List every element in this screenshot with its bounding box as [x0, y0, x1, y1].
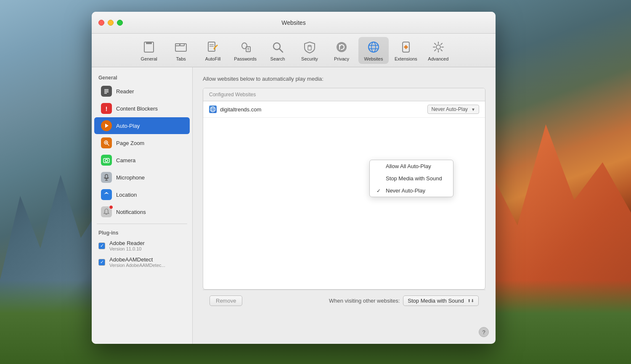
- plugin-item-adobeaamdetect[interactable]: ✓ AdobeAAMDetect Version AdobeAAMDetec..…: [92, 254, 192, 270]
- svg-point-23: [436, 45, 440, 49]
- svg-rect-2: [175, 44, 186, 51]
- location-icon: [101, 189, 112, 200]
- security-icon: [302, 40, 317, 55]
- help-icon: ?: [482, 329, 485, 335]
- toolbar-item-security[interactable]: Security: [294, 37, 325, 64]
- svg-point-15: [337, 42, 347, 52]
- page-zoom-label: Page Zoom: [116, 140, 144, 146]
- panel-description: Allow websites below to automatically pl…: [203, 76, 485, 82]
- content-blockers-icon: !: [101, 103, 112, 114]
- toolbar-item-autofill[interactable]: AutoFill: [198, 37, 228, 64]
- dropdown-item-allow-all[interactable]: Allow All Auto-Play: [370, 160, 453, 172]
- close-button[interactable]: [98, 20, 104, 26]
- table-row[interactable]: digitaltrends.com Never Auto-Play ▼: [203, 101, 485, 118]
- visiting-select-chevron: ⬆⬇: [467, 298, 474, 303]
- content-blockers-label: Content Blockers: [116, 106, 158, 112]
- site-dropdown[interactable]: Never Auto-Play ▼: [427, 105, 479, 114]
- adobe-reader-name: Adobe Reader: [109, 240, 145, 246]
- main-panel: Allow websites below to automatically pl…: [193, 67, 496, 344]
- toolbar-item-passwords[interactable]: Passwords: [230, 37, 261, 64]
- table-header: Configured Websites: [203, 88, 485, 101]
- microphone-icon: [101, 172, 112, 183]
- adobeaamdetect-info: AdobeAAMDetect Version AdobeAAMDetec...: [109, 256, 165, 268]
- sidebar-item-page-zoom[interactable]: Page Zoom: [94, 135, 190, 151]
- adobeaamdetect-checkbox[interactable]: ✓: [98, 259, 105, 266]
- checkbox-check: ✓: [100, 243, 104, 248]
- autoplay-label: Auto-Play: [116, 123, 140, 129]
- toolbar-item-websites[interactable]: Websites: [358, 37, 389, 64]
- adobeaamdetect-name: AdobeAAMDetect: [109, 256, 165, 263]
- dropdown-item-never[interactable]: ✓ Never Auto-Play: [370, 185, 453, 197]
- notifications-label: Notifications: [116, 209, 146, 215]
- checkbox-check-2: ✓: [100, 260, 104, 264]
- websites-label: Websites: [364, 56, 383, 61]
- general-icon: [141, 40, 156, 55]
- sidebar-item-location[interactable]: Location: [94, 186, 190, 203]
- reader-label: Reader: [116, 88, 134, 95]
- visiting-label: When visiting other websites:: [329, 298, 400, 304]
- notification-badge: [109, 205, 113, 209]
- toolbar-item-extensions[interactable]: Extensions: [390, 37, 422, 64]
- toolbar-item-advanced[interactable]: Advanced: [423, 37, 453, 64]
- help-button[interactable]: ?: [479, 327, 489, 337]
- sidebar-item-notifications[interactable]: Notifications: [94, 203, 190, 220]
- maximize-button[interactable]: [117, 20, 123, 26]
- site-icon: [209, 106, 217, 113]
- svg-rect-36: [105, 174, 108, 178]
- toolbar-item-search[interactable]: Search: [262, 37, 293, 64]
- autofill-label: AutoFill: [205, 56, 221, 61]
- svg-point-20: [369, 42, 379, 52]
- sidebar: General Reader ! Content Bl: [92, 67, 193, 344]
- window-title: Websites: [281, 19, 305, 26]
- main-content: General Reader ! Content Bl: [92, 67, 496, 344]
- svg-marker-39: [104, 192, 109, 194]
- autofill-icon: [205, 40, 220, 55]
- adobe-reader-version: Version 11.0.10: [109, 246, 145, 251]
- visiting-select-value: Stop Media with Sound: [408, 298, 464, 304]
- titlebar-buttons: [98, 20, 123, 26]
- remove-button[interactable]: Remove: [209, 295, 242, 306]
- minimize-button[interactable]: [108, 20, 114, 26]
- privacy-icon: [334, 40, 349, 55]
- search-icon: [270, 40, 285, 55]
- camera-label: Camera: [116, 157, 135, 164]
- plugin-item-adobe-reader[interactable]: ✓ Adobe Reader Version 11.0.10: [92, 237, 192, 254]
- sidebar-item-reader[interactable]: Reader: [94, 83, 190, 100]
- sidebar-item-microphone[interactable]: Microphone: [94, 169, 190, 186]
- svg-line-30: [107, 144, 109, 145]
- general-label: General: [141, 56, 157, 61]
- toolbar-item-tabs[interactable]: Tabs: [166, 37, 196, 64]
- sidebar-item-camera[interactable]: Camera: [94, 152, 190, 169]
- svg-point-41: [212, 107, 214, 112]
- toolbar-item-general[interactable]: General: [134, 37, 164, 64]
- visiting-select[interactable]: Stop Media with Sound ⬆⬇: [403, 295, 479, 306]
- adobe-reader-info: Adobe Reader Version 11.0.10: [109, 240, 145, 251]
- security-label: Security: [301, 56, 318, 61]
- svg-marker-28: [105, 124, 109, 128]
- dropdown-item-stop-media[interactable]: Stop Media with Sound: [370, 172, 453, 185]
- privacy-label: Privacy: [334, 56, 349, 61]
- tabs-icon: [173, 40, 188, 55]
- notifications-icon: [101, 206, 112, 217]
- svg-rect-3: [175, 44, 180, 46]
- svg-line-13: [279, 49, 283, 52]
- toolbar-item-privacy[interactable]: Privacy: [326, 37, 357, 64]
- never-label: Never Auto-Play: [386, 187, 425, 194]
- svg-rect-5: [208, 42, 215, 51]
- visiting-row: When visiting other websites: Stop Media…: [329, 295, 479, 306]
- autoplay-dropdown-menu[interactable]: Allow All Auto-Play Stop Media with Soun…: [369, 160, 453, 197]
- reader-icon: [101, 86, 112, 97]
- allow-all-checkmark: [376, 164, 382, 169]
- adobe-reader-checkbox[interactable]: ✓: [98, 243, 105, 249]
- stop-media-label: Stop Media with Sound: [386, 175, 442, 182]
- sidebar-item-auto-play[interactable]: Auto-Play: [94, 117, 190, 134]
- site-dropdown-value: Never Auto-Play: [431, 106, 468, 112]
- passwords-label: Passwords: [234, 56, 257, 61]
- sidebar-item-content-blockers[interactable]: ! Content Blockers: [94, 100, 190, 117]
- configured-websites-header: Configured Websites: [209, 92, 256, 98]
- svg-rect-14: [308, 46, 311, 50]
- passwords-icon: [238, 40, 253, 55]
- extensions-label: Extensions: [395, 56, 417, 61]
- svg-point-10: [248, 47, 249, 49]
- bottom-bar: Remove When visiting other websites: Sto…: [203, 290, 485, 311]
